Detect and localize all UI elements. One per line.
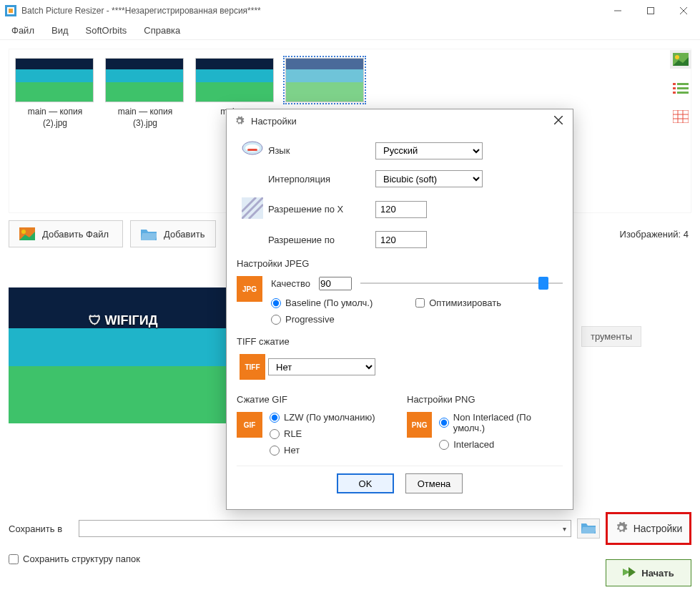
close-button[interactable] [667, 0, 700, 21]
language-label: Язык [268, 145, 375, 156]
svg-marker-27 [581, 527, 596, 533]
app-logo-icon [4, 4, 17, 17]
add-folder-label: Добавить [164, 229, 204, 240]
tiff-section-label: TIFF сжатие [237, 336, 563, 347]
svg-rect-15 [677, 92, 689, 94]
keep-structure-label: Сохранить структуру папок [23, 554, 140, 564]
svg-point-22 [21, 230, 26, 234]
tab-instruments[interactable]: трументы [581, 326, 641, 347]
menubar: Файл Вид SoftOrbits Справка [0, 21, 700, 40]
menu-view[interactable]: Вид [43, 22, 77, 39]
gif-section-label: Сжатие GIF [237, 394, 393, 405]
thumbnail-caption: main — копия (2).jpg [15, 107, 95, 129]
add-file-label: Добавить Файл [42, 229, 109, 240]
save-path-combo[interactable] [79, 520, 571, 537]
start-label: Начать [641, 568, 674, 579]
resolution-icon [242, 197, 263, 221]
view-toggles [670, 50, 691, 126]
view-grid-icon[interactable] [670, 107, 691, 126]
svg-rect-11 [677, 83, 689, 85]
png-noninterlaced-radio[interactable]: Non Interlaced (По умолч.) [439, 412, 563, 433]
play-icon [623, 567, 636, 579]
resolution-x-input[interactable] [375, 201, 427, 218]
gif-lzw-radio[interactable]: LZW (По умолчанию) [270, 412, 375, 423]
browse-folder-button[interactable] [577, 518, 600, 539]
svg-rect-14 [673, 92, 676, 94]
view-thumbnails-icon[interactable] [670, 50, 691, 69]
window-title: Batch Picture Resizer - ****Незарегистри… [21, 6, 261, 16]
settings-label: Настройки [634, 523, 683, 534]
resolution-x-label: Разрешение по X [268, 204, 375, 215]
add-folder-button[interactable]: Добавить [130, 220, 216, 247]
resolution-y-label: Разрешение по [268, 235, 375, 245]
view-list-icon[interactable] [670, 79, 691, 97]
settings-dialog: Настройки Язык Русский Интерполяция Bicu… [226, 109, 573, 510]
svg-marker-29 [628, 567, 636, 577]
svg-rect-13 [677, 87, 689, 89]
dialog-titlebar: Настройки [227, 109, 573, 132]
image-icon [19, 226, 35, 242]
quality-slider[interactable] [360, 276, 563, 290]
svg-rect-34 [247, 149, 257, 151]
preview-logo-text: 🛡 WIFIГИД [89, 313, 158, 328]
baseline-radio[interactable]: Baseline (По умолч.) [271, 298, 373, 308]
gif-rle-radio[interactable]: RLE [270, 428, 375, 439]
resolution-y-input[interactable] [375, 231, 427, 248]
tiff-badge-icon: TIFF [240, 354, 265, 380]
thumbnail-item[interactable]: main — копия (3).jpg [105, 58, 185, 204]
menu-softorbits[interactable]: SoftOrbits [77, 22, 136, 39]
gear-icon [234, 115, 245, 127]
dialog-title: Настройки [251, 116, 297, 127]
quality-label: Качество [271, 278, 310, 289]
interpolation-label: Интерполяция [268, 174, 375, 185]
svg-rect-4 [648, 8, 654, 14]
preview-image: 🛡 WIFIГИД [9, 287, 237, 423]
ok-button[interactable]: OK [337, 473, 394, 493]
svg-rect-10 [673, 83, 676, 85]
png-badge-icon: PNG [407, 412, 432, 438]
language-select[interactable]: Русский [375, 142, 483, 159]
png-interlaced-radio[interactable]: Interlaced [439, 439, 563, 450]
thumbnail-image [285, 58, 364, 102]
slider-thumb-icon[interactable] [538, 277, 548, 290]
quality-value [319, 277, 352, 290]
svg-marker-25 [141, 233, 157, 240]
titlebar: Batch Picture Resizer - ****Незарегистри… [0, 0, 700, 21]
folder-icon [141, 226, 157, 242]
thumbnail-image [105, 58, 184, 102]
bottom-panel: Сохранить в Настройки Сохранить структур… [9, 512, 691, 586]
minimize-button[interactable] [601, 0, 634, 21]
cancel-button[interactable]: Отмена [405, 473, 463, 493]
dialog-close-button[interactable] [551, 114, 566, 127]
gear-icon [615, 521, 628, 536]
maximize-button[interactable] [634, 0, 667, 21]
keep-structure-input[interactable] [9, 554, 19, 564]
keep-structure-checkbox[interactable]: Сохранить структуру папок [9, 554, 140, 564]
save-in-label: Сохранить в [9, 523, 73, 534]
gif-none-radio[interactable]: Нет [270, 445, 375, 456]
jpg-badge-icon: JPG [237, 276, 262, 302]
interpolation-select[interactable]: Bicubic (soft) [375, 170, 483, 187]
start-button[interactable]: Начать [606, 559, 691, 586]
png-section-label: Настройки PNG [407, 394, 563, 405]
save-row: Сохранить в Настройки [9, 512, 691, 545]
thumbnail-caption: main — копия (3).jpg [105, 107, 185, 129]
language-icon [242, 141, 263, 160]
menu-help[interactable]: Справка [135, 22, 189, 39]
thumbnail-image [15, 58, 94, 102]
tiff-compression-select[interactable]: Нет [268, 358, 375, 375]
svg-rect-16 [673, 110, 689, 123]
add-file-button[interactable]: Добавить Файл [9, 220, 123, 247]
svg-rect-12 [673, 87, 676, 89]
menu-file[interactable]: Файл [3, 22, 43, 39]
progressive-radio[interactable]: Progressive [271, 314, 373, 325]
gif-badge-icon: GIF [237, 412, 262, 438]
jpeg-section-label: Настройки JPEG [237, 258, 563, 269]
settings-button[interactable]: Настройки [606, 512, 691, 545]
svg-rect-2 [9, 9, 13, 13]
image-count-label: Изображений: 4 [620, 229, 691, 240]
thumbnail-image [195, 58, 274, 102]
optimize-checkbox[interactable]: Оптимизировать [415, 298, 501, 308]
thumbnail-item[interactable]: main — копия (2).jpg [15, 58, 95, 204]
svg-point-8 [675, 55, 679, 59]
